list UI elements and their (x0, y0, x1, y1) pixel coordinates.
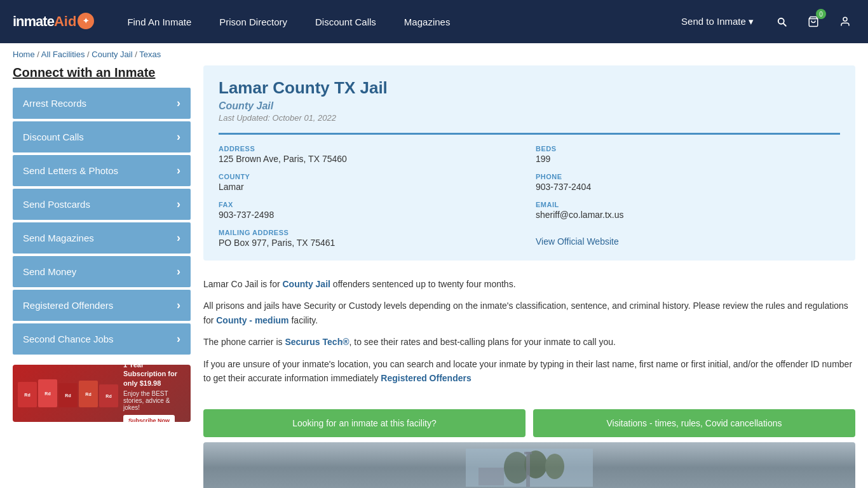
description-area: Lamar Co Jail is for County Jail offende… (203, 271, 855, 399)
cart-badge: 0 (816, 9, 826, 19)
svg-point-3 (843, 17, 847, 21)
ad-price: 1 Year Subscription for only $19.98 (123, 365, 186, 388)
main-nav: Find An Inmate Prison Directory Discount… (113, 0, 675, 43)
desc-registered-offenders-link[interactable]: Registered Offenders (381, 373, 471, 383)
desc-paragraph-3: The phone carrier is Securus Tech®, to s… (203, 335, 855, 349)
fax-value: 903-737-2498 (219, 210, 523, 220)
visitations-button[interactable]: Visitations - times, rules, Covid cancel… (533, 409, 855, 437)
email-label: EMAIL (536, 201, 840, 208)
breadcrumb: Home / All Facilities / County Jail / Te… (0, 43, 868, 65)
ad-magazine-stack: Rd Rd Rd Rd Rd (18, 379, 118, 407)
breadcrumb-home[interactable]: Home (13, 50, 35, 59)
cart-button[interactable]: 0 (803, 11, 824, 32)
ad-mag-2: Rd (38, 379, 57, 407)
ad-text-area: 1 Year Subscription for only $19.98 Enjo… (123, 365, 186, 422)
logo-text: inmate (13, 13, 54, 30)
email-value: sheriff@co.lamar.tx.us (536, 210, 840, 220)
sidebar-item-send-letters[interactable]: Send Letters & Photos › (13, 155, 191, 186)
sidebar-item-discount-calls[interactable]: Discount Calls › (13, 121, 191, 152)
sidebar-item-send-magazines[interactable]: Send Magazines › (13, 222, 191, 254)
detail-mailing: MAILING ADDRESS PO Box 977, Paris, TX 75… (219, 229, 523, 248)
county-label: COUNTY (219, 173, 523, 180)
facility-details: ADDRESS 125 Brown Ave, Paris, TX 75460 B… (219, 133, 840, 248)
breadcrumb-all-facilities[interactable]: All Facilities (41, 50, 85, 59)
ad-mag-4: Rd (79, 381, 98, 407)
ad-mag-1: Rd (18, 382, 37, 407)
nav-find-inmate[interactable]: Find An Inmate (113, 0, 205, 43)
logo-icon: ✦ (78, 13, 94, 29)
detail-email: EMAIL sheriff@co.lamar.tx.us (536, 201, 840, 220)
breadcrumb-state[interactable]: Texas (139, 50, 161, 59)
sidebar-title: Connect with an Inmate (13, 65, 191, 80)
ad-mag-3: Rd (58, 383, 78, 407)
county-value: Lamar (219, 182, 523, 192)
mailing-label: MAILING ADDRESS (219, 229, 523, 236)
sidebar-item-arrest-records[interactable]: Arrest Records › (13, 88, 191, 119)
desc-county-medium-link[interactable]: County - medium (216, 315, 288, 325)
facility-landscape-svg (466, 449, 593, 487)
search-button[interactable] (771, 11, 792, 32)
svg-rect-8 (478, 468, 504, 485)
nav-discount-calls[interactable]: Discount Calls (301, 0, 390, 43)
header-right: Send to Inmate ▾ 0 (675, 0, 855, 43)
sidebar-menu: Arrest Records › Discount Calls › Send L… (13, 88, 191, 355)
user-icon (839, 16, 851, 27)
desc-paragraph-4: If you are unsure of your inmate's locat… (203, 357, 855, 386)
facility-name: Lamar County TX Jail (219, 78, 840, 98)
ad-mag-5: Rd (99, 384, 118, 407)
detail-county: COUNTY Lamar (219, 173, 523, 192)
beds-label: BEDS (536, 145, 840, 152)
main-content: Lamar County TX Jail County Jail Last Up… (203, 65, 855, 488)
address-label: ADDRESS (219, 145, 523, 152)
sidebar-item-send-postcards[interactable]: Send Postcards › (13, 189, 191, 220)
user-button[interactable] (835, 11, 855, 32)
fax-label: FAX (219, 201, 523, 208)
action-buttons: Looking for an inmate at this facility? … (203, 409, 855, 437)
logo-aid: Aid (54, 13, 76, 30)
beds-value: 199 (536, 154, 840, 164)
desc-securus-link[interactable]: Securus Tech® (285, 337, 349, 347)
desc-county-jail-link[interactable]: County Jail (282, 279, 330, 289)
looking-for-inmate-button[interactable]: Looking for an inmate at this facility? (203, 409, 526, 437)
search-icon (776, 16, 787, 27)
nav-prison-directory[interactable]: Prison Directory (205, 0, 301, 43)
detail-address: ADDRESS 125 Brown Ave, Paris, TX 75460 (219, 145, 523, 164)
svg-rect-9 (526, 452, 530, 487)
facility-type: County Jail (219, 100, 840, 112)
main-layout: Connect with an Inmate Arrest Records › … (0, 65, 868, 488)
send-to-inmate-button[interactable]: Send to Inmate ▾ (675, 0, 760, 43)
detail-phone: PHONE 903-737-2404 (536, 173, 840, 192)
facility-card: Lamar County TX Jail County Jail Last Up… (203, 65, 855, 261)
phone-value: 903-737-2404 (536, 182, 840, 192)
svg-text:✦: ✦ (83, 17, 89, 25)
detail-fax: FAX 903-737-2498 (219, 201, 523, 220)
detail-website: View Official Website (536, 229, 840, 248)
ad-banner: Rd Rd Rd Rd Rd 1 Year Subscription for o… (13, 365, 191, 422)
sidebar-item-second-chance-jobs[interactable]: Second Chance Jobs › (13, 323, 191, 355)
nav-magazines[interactable]: Magazines (390, 0, 465, 43)
website-link[interactable]: View Official Website (536, 236, 619, 247)
mailing-value: PO Box 977, Paris, TX 75461 (219, 238, 523, 248)
address-value: 125 Brown Ave, Paris, TX 75460 (219, 154, 523, 164)
sidebar-item-registered-offenders[interactable]: Registered Offenders › (13, 290, 191, 321)
phone-label: PHONE (536, 173, 840, 180)
breadcrumb-county-jail[interactable]: County Jail (92, 50, 132, 59)
logo[interactable]: inmate Aid ✦ (13, 13, 94, 31)
detail-beds: BEDS 199 (536, 145, 840, 164)
sidebar: Connect with an Inmate Arrest Records › … (13, 65, 191, 488)
facility-image-strip (203, 442, 855, 488)
svg-point-7 (545, 454, 564, 479)
ad-tagline: Enjoy the BEST stories, advice & jokes! (123, 390, 186, 411)
desc-paragraph-1: Lamar Co Jail is for County Jail offende… (203, 277, 855, 291)
ad-subscribe-button[interactable]: Subscribe Now (123, 415, 175, 422)
sidebar-item-send-money[interactable]: Send Money › (13, 256, 191, 287)
svg-rect-10 (524, 452, 532, 454)
facility-updated: Last Updated: October 01, 2022 (219, 113, 840, 123)
site-header: inmate Aid ✦ Find An Inmate Prison Direc… (0, 0, 868, 43)
desc-paragraph-2: All prisons and jails have Security or C… (203, 299, 855, 327)
